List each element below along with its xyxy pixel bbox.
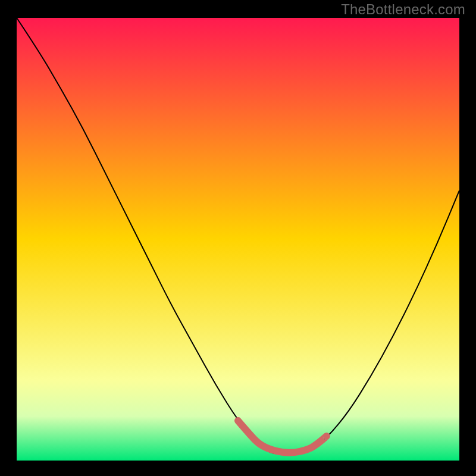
chart-svg (17, 18, 459, 461)
gradient-background (17, 18, 459, 461)
chart-frame: TheBottleneck.com (0, 0, 476, 476)
chart-plot (17, 18, 459, 461)
watermark-text: TheBottleneck.com (341, 1, 465, 18)
